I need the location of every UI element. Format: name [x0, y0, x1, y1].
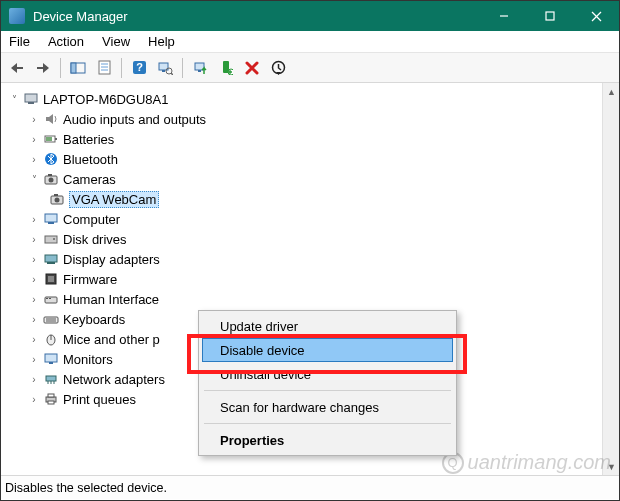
tree-pane: ˅ LAPTOP-M6DGU8A1 › Audio inputs and out…	[1, 83, 619, 475]
expand-icon[interactable]: ›	[27, 234, 41, 245]
expand-icon[interactable]: ›	[27, 154, 41, 165]
scan-hardware-button[interactable]	[153, 56, 177, 80]
tree-item-vga-webcam[interactable]: VGA WebCam	[3, 189, 602, 209]
menu-help[interactable]: Help	[148, 34, 175, 49]
svg-rect-7	[71, 63, 76, 73]
tree-item-cameras[interactable]: ˅ Cameras	[3, 169, 602, 189]
expand-icon[interactable]: ›	[27, 354, 41, 365]
svg-rect-5	[37, 67, 43, 69]
toolbar-divider	[121, 58, 122, 78]
toolbar-divider	[182, 58, 183, 78]
tree-item-display-adapters[interactable]: › Display adapters	[3, 249, 602, 269]
close-button[interactable]	[573, 1, 619, 31]
svg-point-38	[53, 238, 55, 240]
window-title: Device Manager	[33, 9, 481, 24]
svg-text:?: ?	[136, 61, 143, 73]
expand-icon[interactable]: ›	[27, 254, 41, 265]
firmware-icon	[43, 271, 59, 287]
scroll-down-button[interactable]: ▼	[603, 458, 620, 475]
ctx-disable-device[interactable]: Disable device	[202, 338, 453, 362]
tree-item-disk-drives[interactable]: › Disk drives	[3, 229, 602, 249]
camera-icon	[49, 191, 65, 207]
svg-rect-43	[45, 297, 57, 303]
tree-item-label: Keyboards	[63, 312, 125, 327]
tree-item-bluetooth[interactable]: › Bluetooth	[3, 149, 602, 169]
tree-root[interactable]: ˅ LAPTOP-M6DGU8A1	[3, 89, 602, 109]
speaker-icon	[43, 111, 59, 127]
ctx-uninstall-device[interactable]: Uninstall device	[202, 362, 453, 386]
ctx-separator	[204, 390, 451, 391]
tree-item-label: Computer	[63, 212, 120, 227]
expand-icon[interactable]: ›	[27, 394, 41, 405]
battery-icon	[43, 131, 59, 147]
bluetooth-icon	[43, 151, 59, 167]
tree-item-label: Print queues	[63, 392, 136, 407]
printer-icon	[43, 391, 59, 407]
expand-icon[interactable]: ›	[27, 374, 41, 385]
vertical-scrollbar[interactable]: ▲ ▼	[602, 83, 619, 475]
expand-icon[interactable]: ›	[27, 134, 41, 145]
svg-rect-42	[48, 276, 54, 282]
tree-item-label: Human Interface	[63, 292, 159, 307]
tree-item-label: Display adapters	[63, 252, 160, 267]
titlebar: Device Manager	[1, 1, 619, 31]
properties-button[interactable]	[92, 56, 116, 80]
expand-icon[interactable]: ›	[27, 294, 41, 305]
svg-rect-4	[17, 67, 23, 69]
svg-rect-53	[46, 376, 56, 381]
tree-item-audio[interactable]: › Audio inputs and outputs	[3, 109, 602, 129]
svg-rect-15	[162, 70, 165, 72]
tree-item-label: Network adapters	[63, 372, 165, 387]
hid-icon	[43, 291, 59, 307]
expand-icon[interactable]: ›	[27, 334, 41, 345]
svg-rect-27	[46, 137, 52, 141]
maximize-button[interactable]	[527, 1, 573, 31]
ctx-scan-changes[interactable]: Scan for hardware changes	[202, 395, 453, 419]
back-button[interactable]	[5, 56, 29, 80]
svg-rect-19	[198, 70, 201, 72]
enable-device-button[interactable]	[214, 56, 238, 80]
update-driver-button[interactable]	[188, 56, 212, 80]
svg-rect-23	[25, 94, 37, 102]
svg-rect-44	[46, 298, 48, 299]
forward-button[interactable]	[31, 56, 55, 80]
expand-icon[interactable]: ˅	[27, 174, 41, 185]
svg-rect-39	[45, 255, 57, 262]
expand-icon[interactable]: ›	[27, 214, 41, 225]
keyboard-icon	[43, 311, 59, 327]
minimize-button[interactable]	[481, 1, 527, 31]
help-button[interactable]: ?	[127, 56, 151, 80]
ctx-update-driver[interactable]: Update driver	[202, 314, 453, 338]
camera-icon	[43, 171, 59, 187]
svg-rect-51	[45, 354, 57, 362]
menu-view[interactable]: View	[102, 34, 130, 49]
expand-icon[interactable]: ˅	[7, 94, 21, 105]
display-adapter-icon	[43, 251, 59, 267]
toolbar-divider	[60, 58, 61, 78]
tree-item-computer[interactable]: › Computer	[3, 209, 602, 229]
svg-rect-36	[48, 222, 54, 224]
mouse-icon	[43, 331, 59, 347]
expand-icon[interactable]: ›	[27, 274, 41, 285]
tree-item-batteries[interactable]: › Batteries	[3, 129, 602, 149]
tree-item-hid[interactable]: › Human Interface	[3, 289, 602, 309]
tree-item-firmware[interactable]: › Firmware	[3, 269, 602, 289]
menu-action[interactable]: Action	[48, 34, 84, 49]
show-hide-console-button[interactable]	[66, 56, 90, 80]
uninstall-device-button[interactable]	[240, 56, 264, 80]
disable-device-button[interactable]	[266, 56, 290, 80]
menu-file[interactable]: File	[9, 34, 30, 49]
desktop-icon	[43, 211, 59, 227]
toolbar: ?	[1, 53, 619, 83]
svg-rect-26	[55, 138, 57, 140]
svg-rect-31	[48, 174, 52, 176]
expand-icon[interactable]: ›	[27, 114, 41, 125]
svg-rect-24	[28, 102, 34, 104]
ctx-properties[interactable]: Properties	[202, 428, 453, 452]
expand-icon[interactable]: ›	[27, 314, 41, 325]
tree-item-label: Monitors	[63, 352, 113, 367]
scroll-up-button[interactable]: ▲	[603, 83, 620, 100]
tree-root-label: LAPTOP-M6DGU8A1	[43, 92, 168, 107]
svg-rect-1	[546, 12, 554, 20]
computer-icon	[23, 91, 39, 107]
